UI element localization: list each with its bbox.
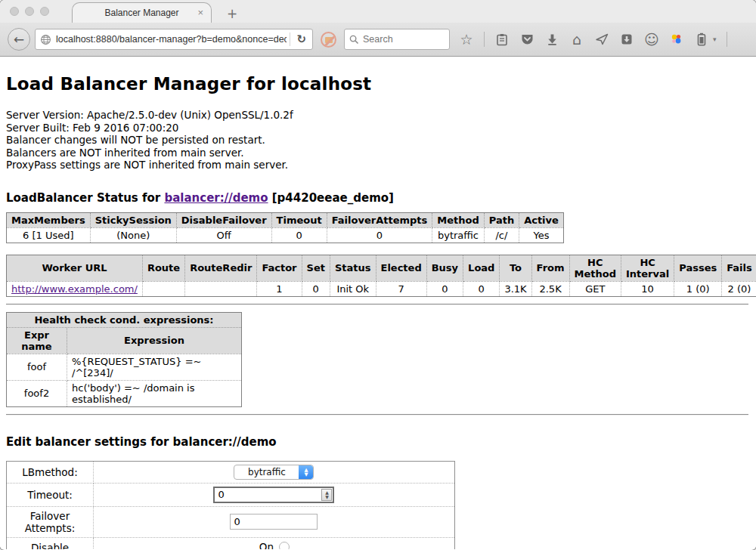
feedback-smiley-icon[interactable]: ☺ bbox=[644, 31, 659, 48]
col-active: Active bbox=[519, 212, 564, 227]
tab-balancer-manager[interactable]: Balancer Manager × bbox=[72, 2, 212, 23]
window-close-button[interactable] bbox=[10, 7, 19, 16]
radio-on-label: On bbox=[259, 541, 274, 550]
pocket-icon[interactable] bbox=[519, 31, 534, 48]
disable-failover-radio-group: On Off bbox=[259, 541, 290, 550]
toolbar-separator bbox=[727, 32, 727, 47]
url-bar[interactable]: ↻ bbox=[35, 29, 313, 50]
page-title: Load Balancer Manager for localhost bbox=[6, 74, 748, 94]
cell-timeout: 0 bbox=[271, 227, 327, 243]
table-row: 6 [1 Used] (None) Off 0 0 bytraffic /c/ … bbox=[7, 227, 564, 243]
tab-close-icon[interactable]: × bbox=[197, 7, 203, 18]
cell-method: bytraffic bbox=[432, 227, 484, 243]
globe-icon bbox=[40, 34, 51, 45]
balancer-status-table: MaxMembers StickySession DisableFailover… bbox=[6, 212, 564, 243]
cell-busy: 0 bbox=[426, 281, 463, 296]
table-title-row: Health check cond. expressions: bbox=[7, 312, 242, 327]
window-zoom-button[interactable] bbox=[40, 7, 49, 16]
cell-stickysession: (None) bbox=[90, 227, 176, 243]
titlebar: Balancer Manager × + bbox=[0, 0, 756, 23]
form-row-failover-attempts: Failover Attempts: bbox=[7, 506, 455, 537]
plugin-blocked-icon[interactable] bbox=[321, 32, 336, 48]
col-disablefailover: DisableFailover bbox=[176, 212, 271, 227]
failover-attempts-input[interactable] bbox=[230, 514, 318, 530]
cell-status: Init Ok bbox=[330, 281, 376, 296]
table-header-row: Expr name Expression bbox=[7, 327, 242, 354]
health-row: foof2 hc('body') =~ /domain is establish… bbox=[7, 380, 242, 406]
bookmark-star-icon[interactable]: ☆ bbox=[459, 31, 474, 48]
timeout-label: Timeout: bbox=[7, 483, 94, 506]
select-stepper-icon: ▲▼ bbox=[299, 465, 313, 479]
form-row-disable-failover: Disable Failover: On Off bbox=[7, 537, 455, 549]
search-icon bbox=[349, 35, 359, 45]
col-hc-method: HC Method bbox=[569, 255, 621, 281]
color-dots-icon[interactable] bbox=[669, 31, 684, 48]
window-minimize-button[interactable] bbox=[25, 7, 34, 16]
cell-routeredir bbox=[185, 281, 257, 296]
battery-icon[interactable] bbox=[694, 31, 709, 48]
col-failoverattempts: FailoverAttempts bbox=[327, 212, 432, 227]
url-input[interactable] bbox=[56, 34, 287, 45]
window-controls[interactable] bbox=[10, 7, 49, 16]
worker-table: Worker URL Route RouteRedir Factor Set S… bbox=[6, 255, 756, 297]
reading-list-icon[interactable] bbox=[494, 31, 510, 48]
col-to: To bbox=[500, 255, 531, 281]
cell-passes: 1 (0) bbox=[674, 281, 722, 296]
cell-hc-interval: 10 bbox=[621, 281, 674, 296]
cell-path: /c/ bbox=[484, 227, 519, 243]
timeout-input[interactable] bbox=[218, 489, 321, 500]
toolbar-separator bbox=[484, 32, 485, 47]
lbmethod-select[interactable]: bytraffic ▲▼ bbox=[234, 465, 314, 480]
back-button[interactable]: ← bbox=[8, 28, 30, 51]
col-elected: Elected bbox=[376, 255, 426, 281]
lbmethod-label: LBmethod: bbox=[7, 461, 94, 483]
form-row-timeout: Timeout: ▲▼ bbox=[7, 483, 455, 506]
cell-expression: hc('body') =~ /domain is established/ bbox=[67, 380, 242, 406]
status-heading-prefix: LoadBalancer Status for bbox=[6, 191, 164, 205]
reload-icon[interactable]: ↻ bbox=[293, 32, 309, 46]
search-bar[interactable] bbox=[344, 29, 450, 50]
table-header-row: Worker URL Route RouteRedir Factor Set S… bbox=[7, 255, 756, 281]
save-page-icon[interactable] bbox=[619, 31, 634, 48]
col-route: Route bbox=[142, 255, 184, 281]
cell-factor: 1 bbox=[257, 281, 302, 296]
radio-on[interactable] bbox=[279, 542, 290, 550]
timeout-input-wrapper: ▲▼ bbox=[213, 487, 334, 503]
send-plane-icon[interactable] bbox=[594, 31, 609, 48]
cell-from: 2.5K bbox=[531, 281, 569, 296]
cell-maxmembers: 6 [1 Used] bbox=[7, 227, 91, 243]
server-info: Server Version: Apache/2.5.0-dev (Unix) … bbox=[6, 109, 748, 171]
urlbar-separator bbox=[290, 32, 290, 46]
col-routeredir: RouteRedir bbox=[185, 255, 257, 281]
col-stickysession: StickySession bbox=[90, 212, 176, 227]
divider bbox=[6, 304, 748, 305]
page-content: Load Balancer Manager for localhost Serv… bbox=[0, 57, 756, 549]
menu-icon[interactable] bbox=[737, 31, 751, 48]
loadbalancer-status-heading: LoadBalancer Status for balancer://demo … bbox=[6, 191, 748, 205]
health-table-title: Health check cond. expressions: bbox=[7, 312, 242, 327]
edit-settings-heading: Edit balancer settings for balancer://de… bbox=[6, 435, 748, 449]
lbmethod-selected-value: bytraffic bbox=[234, 467, 299, 477]
notice-proxypass: ProxyPass settings are NOT inherited fro… bbox=[6, 159, 748, 171]
number-stepper-icon[interactable]: ▲▼ bbox=[321, 489, 332, 501]
home-icon[interactable]: ⌂ bbox=[569, 31, 584, 48]
col-load: Load bbox=[463, 255, 500, 281]
col-passes: Passes bbox=[674, 255, 722, 281]
cell-load: 0 bbox=[463, 281, 500, 296]
toolbar-buttons: ☆ ⌂ ☺ ▾ bbox=[459, 31, 756, 48]
col-expr-name: Expr name bbox=[7, 327, 67, 354]
new-tab-button[interactable]: + bbox=[221, 6, 243, 21]
cell-set: 0 bbox=[302, 281, 330, 296]
cell-expr-name: foof2 bbox=[7, 380, 67, 406]
cell-expression: %{REQUEST_STATUS} =~ /^[234]/ bbox=[67, 354, 242, 380]
worker-url-link[interactable]: http://www.example.com/ bbox=[11, 283, 138, 295]
status-heading-suffix: [p4420eeae_demo] bbox=[268, 191, 394, 205]
server-version: Server Version: Apache/2.5.0-dev (Unix) … bbox=[6, 109, 748, 122]
col-fails: Fails bbox=[722, 255, 756, 281]
download-icon[interactable] bbox=[544, 31, 559, 48]
search-input[interactable] bbox=[363, 34, 445, 45]
chevron-down-icon[interactable]: ▾ bbox=[713, 36, 717, 43]
cell-disablefailover: Off bbox=[176, 227, 271, 243]
cell-fails: 2 (0) bbox=[722, 281, 756, 296]
balancer-demo-link[interactable]: balancer://demo bbox=[164, 191, 268, 205]
